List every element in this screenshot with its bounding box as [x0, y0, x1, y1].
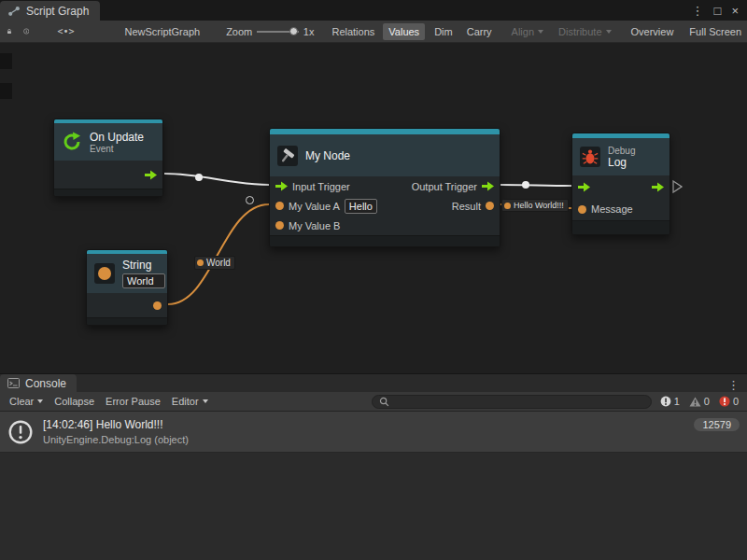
edit-source-icon[interactable]: <•>: [51, 23, 79, 39]
hammer-icon: [277, 146, 298, 166]
error-icon: [719, 396, 730, 407]
dim-button[interactable]: Dim: [429, 23, 458, 40]
log-entry[interactable]: [14:02:46] Hello World!!! UnityEngine.De…: [0, 412, 747, 453]
node-subtitle: Event: [90, 144, 144, 154]
wire-value-label-hello-world: Hello World!!!: [501, 199, 569, 212]
console-panel: Console ⋮ Clear Collapse Error Pause Edi…: [0, 373, 747, 560]
log-info-icon: [7, 419, 34, 445]
zoom-slider-knob[interactable]: [289, 27, 298, 35]
unity-script-graph-window: Script Graph ⋮ □ × <•> NewScriptGraph Zo…: [0, 0, 747, 560]
string-output-port[interactable]: [153, 301, 162, 310]
wire-flow-dot: [195, 174, 203, 181]
unconnected-trigger-arrow-icon[interactable]: [673, 181, 682, 192]
relations-button[interactable]: Relations: [326, 23, 380, 40]
info-count-toggle[interactable]: 1: [655, 395, 684, 408]
editor-dropdown[interactable]: Editor: [166, 394, 214, 409]
node-footer: [572, 220, 669, 235]
log-message: [14:02:46] Hello World!!!: [43, 418, 189, 431]
zoom-slider[interactable]: [257, 31, 299, 33]
window-menu-icon[interactable]: ⋮: [692, 4, 704, 18]
warning-icon: [689, 397, 701, 407]
node-title: On Update: [90, 131, 144, 144]
info-icon[interactable]: [23, 25, 29, 37]
tab-script-graph[interactable]: Script Graph: [0, 1, 100, 21]
clear-button[interactable]: Clear: [4, 394, 49, 409]
string-type-icon: [94, 263, 115, 284]
node-header[interactable]: String World: [87, 254, 167, 293]
node-body: Input Trigger Output Trigger My Value A …: [270, 176, 500, 235]
unconnected-value-port[interactable]: [246, 196, 254, 204]
maximize-icon[interactable]: □: [714, 4, 722, 18]
string-value-field[interactable]: World: [122, 273, 165, 288]
graph-name: NewScriptGraph: [124, 26, 200, 37]
window-tab-bar: Script Graph ⋮ □ ×: [0, 0, 747, 21]
carry-button[interactable]: Carry: [461, 23, 498, 40]
port-label: Result: [452, 201, 481, 212]
node-body: Message: [572, 175, 669, 220]
console-menu-icon[interactable]: ⋮: [727, 378, 747, 392]
values-button[interactable]: Values: [383, 23, 425, 40]
fullscreen-button[interactable]: Full Screen: [684, 23, 747, 40]
console-toolbar: Clear Collapse Error Pause Editor: [0, 392, 747, 412]
zoom-label: Zoom: [226, 26, 252, 37]
node-string[interactable]: String World: [86, 249, 168, 326]
value-input-port[interactable]: [275, 202, 284, 210]
value-a-field[interactable]: Hello: [345, 199, 377, 214]
node-header[interactable]: On Update Event: [54, 123, 162, 161]
trigger-input-port[interactable]: [275, 181, 288, 191]
console-log-list[interactable]: [14:02:46] Hello World!!! UnityEngine.De…: [0, 412, 747, 560]
tab-title: Script Graph: [26, 5, 89, 18]
node-my-node[interactable]: My Node Input Trigger Output Trigger: [269, 128, 500, 247]
node-debug-log[interactable]: Debug Log Message: [571, 133, 670, 235]
node-footer: [270, 235, 500, 247]
distribute-button[interactable]: Distribute: [553, 23, 616, 40]
node-on-update[interactable]: On Update Event: [53, 119, 163, 197]
node-title: String: [122, 259, 165, 272]
search-input[interactable]: [393, 396, 644, 407]
error-count-toggle[interactable]: 0: [714, 395, 743, 408]
window-controls: ⋮ □ ×: [692, 0, 747, 21]
console-search[interactable]: [372, 395, 652, 409]
wire-flow-dot: [522, 181, 529, 189]
warning-count-toggle[interactable]: 0: [684, 395, 714, 408]
caret-down-icon: [203, 399, 208, 403]
port-label: Message: [591, 203, 633, 215]
node-header[interactable]: My Node: [270, 134, 500, 176]
value-input-port[interactable]: [578, 205, 586, 214]
error-pause-button[interactable]: Error Pause: [100, 394, 166, 409]
collapse-button[interactable]: Collapse: [49, 394, 100, 409]
console-icon: [7, 378, 20, 388]
node-title: Log: [608, 156, 635, 169]
caret-down-icon: [606, 30, 612, 34]
log-stacktrace: UnityEngine.Debug:Log (object): [43, 434, 189, 445]
node-header[interactable]: Debug Log: [572, 138, 669, 175]
node-category: Debug: [608, 146, 635, 156]
tab-console[interactable]: Console: [0, 374, 77, 392]
port-label: Input Trigger: [292, 181, 350, 192]
graph-canvas[interactable]: On Update Event: [0, 43, 747, 373]
lock-icon[interactable]: [7, 25, 12, 37]
wire-value-label-world: World: [194, 256, 235, 270]
script-graph-icon: [7, 6, 21, 17]
wire-mynode-to-debug[interactable]: [500, 185, 571, 186]
close-icon[interactable]: ×: [731, 4, 739, 18]
value-output-port[interactable]: [486, 202, 494, 210]
bug-icon: [580, 147, 600, 167]
node-body: [87, 293, 167, 317]
wire-onupdate-to-mynode[interactable]: [164, 174, 269, 185]
port-label: Output Trigger: [412, 181, 477, 192]
search-icon: [379, 397, 389, 407]
value-input-port[interactable]: [275, 221, 284, 230]
log-collapse-count-badge: 12579: [694, 418, 740, 431]
trigger-output-port[interactable]: [145, 170, 157, 180]
flow-dot-icon: [197, 259, 204, 266]
port-label: My Value B: [289, 220, 340, 231]
align-button[interactable]: Align: [506, 23, 549, 40]
zoom-value: 1x: [303, 26, 315, 37]
wire-string-to-valuea[interactable]: [168, 204, 269, 304]
trigger-output-port[interactable]: [482, 181, 494, 191]
trigger-output-port[interactable]: [652, 182, 664, 192]
trigger-input-port[interactable]: [578, 182, 590, 192]
overview-button[interactable]: Overview: [626, 23, 680, 40]
flow-dot-icon: [504, 203, 511, 209]
